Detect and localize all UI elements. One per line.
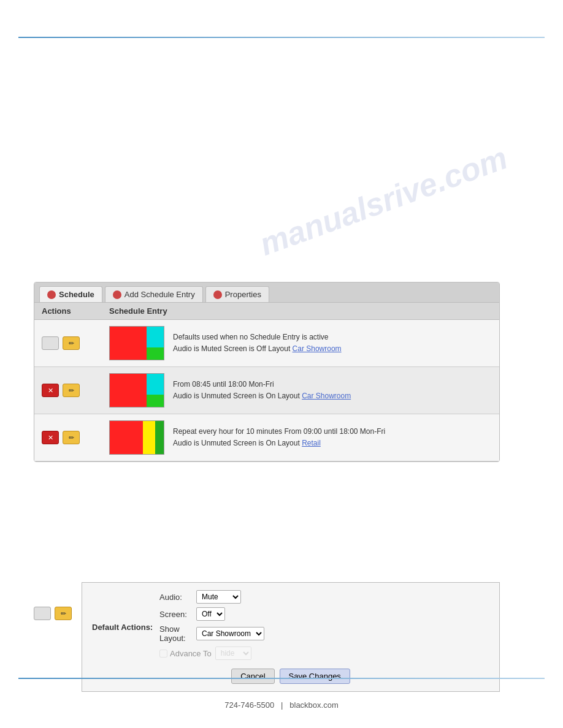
col-header-entry: Schedule Entry	[109, 306, 492, 316]
footer-separator: |	[277, 700, 289, 710]
tab-bar: Schedule Add Schedule Entry Properties	[34, 282, 499, 303]
schedule-panel: Schedule Add Schedule Entry Properties A…	[34, 282, 500, 462]
screen-label: Screen:	[159, 610, 196, 619]
edit-icon: ✏	[69, 434, 74, 442]
row-content-default: Defaults used when no Schedule Entry is …	[109, 326, 492, 360]
layout-link-2[interactable]: Retail	[302, 439, 321, 447]
pane-right-bot	[147, 395, 164, 407]
layout-thumbnail-default	[109, 326, 164, 360]
pane-main	[110, 327, 148, 360]
bottom-rule	[18, 678, 545, 679]
layout-row: Show Layout: Car Showroom Retail	[159, 624, 489, 643]
edit-button-2[interactable]: ✏	[63, 431, 80, 444]
row-content-1: From 08:45 until 18:00 Mon-Fri Audio is …	[109, 373, 492, 408]
screen-row: Screen: Off On	[159, 607, 489, 621]
table-header: Actions Schedule Entry	[34, 303, 499, 320]
schedule-tab-icon	[47, 290, 56, 299]
tab-schedule[interactable]: Schedule	[39, 286, 102, 302]
advance-label: Advance To	[170, 649, 212, 658]
screen-select[interactable]: Off On	[196, 607, 225, 621]
show-layout-label: Show Layout:	[159, 624, 196, 643]
edit-form-box: Default Actions: Audio: Mute Unmute Scre…	[82, 582, 500, 692]
row-info-line2-2: Audio is Unmuted Screen is On Layout Ret…	[173, 438, 492, 449]
row-info-line1-default: Defaults used when no Schedule Entry is …	[173, 332, 492, 343]
edit-button-1[interactable]: ✏	[63, 384, 80, 397]
layout-link-1[interactable]: Car Showroom	[302, 392, 351, 400]
add-entry-tab-icon	[113, 290, 121, 299]
pane-right	[155, 421, 164, 455]
cancel-button[interactable]: Cancel	[231, 669, 274, 684]
audio-row: Audio: Mute Unmute	[159, 590, 489, 604]
delete-button-2[interactable]: ✕	[42, 431, 59, 444]
tab-add-schedule-entry[interactable]: Add Schedule Entry	[105, 286, 203, 302]
top-rule	[18, 37, 545, 38]
advance-select[interactable]: hide show	[215, 646, 251, 660]
pane-right-bot	[147, 347, 164, 360]
edit-delete-button-disabled	[34, 607, 51, 620]
advance-checkbox[interactable]	[159, 650, 167, 658]
tab-properties-label: Properties	[225, 290, 261, 299]
audio-label: Audio:	[159, 593, 196, 602]
edit-row-actions: ✏	[34, 607, 72, 620]
pane-right-top	[147, 374, 164, 396]
row-content-2: Repeat every hour for 10 minutes From 09…	[109, 420, 492, 455]
row-actions-1: ✕ ✏	[42, 384, 109, 397]
row-info-line1-1: From 08:45 until 18:00 Mon-Fri	[173, 379, 492, 390]
edit-button-default[interactable]: ✏	[63, 336, 80, 350]
footer-phone: 724-746-5500	[224, 700, 274, 710]
delete-icon: ✕	[48, 434, 53, 442]
edit-pencil-icon: ✏	[61, 610, 66, 618]
footer-website: blackbox.com	[289, 700, 338, 710]
tab-properties[interactable]: Properties	[205, 286, 269, 302]
col-header-actions: Actions	[42, 306, 109, 316]
edit-icon: ✏	[69, 339, 74, 347]
footer: 724-746-5500 | blackbox.com	[0, 700, 563, 710]
advance-row: Advance To hide show	[159, 646, 489, 660]
delete-button-disabled	[42, 336, 59, 350]
pane-main	[110, 421, 144, 455]
row-info-2: Repeat every hour for 10 minutes From 09…	[173, 426, 492, 449]
default-actions-controls: Audio: Mute Unmute Screen: Off On Show L…	[159, 590, 489, 664]
tab-schedule-label: Schedule	[59, 290, 94, 299]
table-row: ✕ ✏ From 08:45 until 18:00 Mon-Fri Audio…	[34, 367, 499, 414]
edit-icon: ✏	[69, 387, 74, 395]
delete-button-1[interactable]: ✕	[42, 384, 59, 397]
row-info-line2-1: Audio is Unmuted Screen is On Layout Car…	[173, 390, 492, 402]
table-row: ✏ Defaults used when no Schedule Entry i…	[34, 320, 499, 367]
layout-select[interactable]: Car Showroom Retail	[196, 627, 264, 640]
default-actions-label: Default Actions:	[92, 623, 159, 632]
edit-edit-button[interactable]: ✏	[55, 607, 72, 620]
row-actions-2: ✕ ✏	[42, 431, 109, 444]
pane-right-top	[147, 327, 164, 349]
form-buttons: Cancel Save Changes	[92, 669, 489, 684]
audio-select[interactable]: Mute Unmute	[196, 590, 241, 604]
edit-form-area: ✏ Default Actions: Audio: Mute Unmute Sc…	[34, 582, 500, 692]
tab-add-entry-label: Add Schedule Entry	[124, 290, 195, 299]
properties-tab-icon	[213, 290, 222, 299]
delete-icon: ✕	[48, 387, 53, 395]
row-info-1: From 08:45 until 18:00 Mon-Fri Audio is …	[173, 379, 492, 402]
row-info-line2-default: Audio is Muted Screen is Off Layout Car …	[173, 343, 492, 355]
layout-thumbnail-2	[109, 420, 164, 455]
row-actions-default: ✏	[42, 336, 109, 350]
row-info-default: Defaults used when no Schedule Entry is …	[173, 332, 492, 355]
save-button[interactable]: Save Changes	[280, 669, 350, 684]
watermark: manualsrive.com	[255, 140, 512, 262]
row-info-line1-2: Repeat every hour for 10 minutes From 09…	[173, 426, 492, 438]
pane-mid	[143, 421, 155, 455]
form-row-default-actions: Default Actions: Audio: Mute Unmute Scre…	[92, 590, 489, 664]
layout-link-default[interactable]: Car Showroom	[293, 344, 342, 353]
table-row: ✕ ✏ Repeat every hour for 10 minutes Fro…	[34, 414, 499, 461]
layout-thumbnail-1	[109, 373, 164, 408]
pane-main	[110, 374, 148, 408]
